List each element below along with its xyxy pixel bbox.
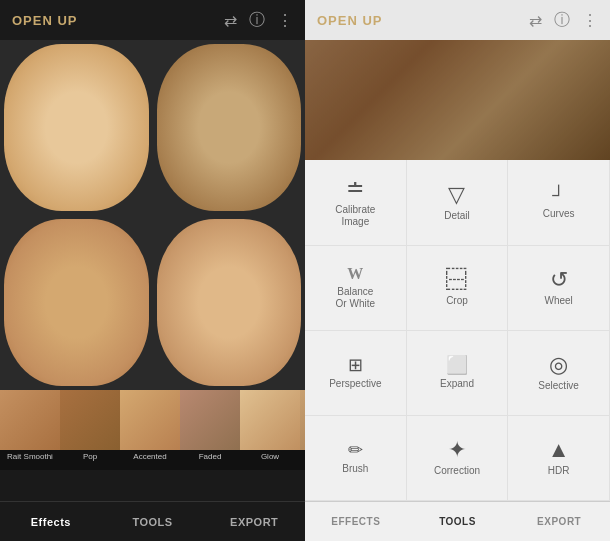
thumb-item-2[interactable]: Pop bbox=[60, 390, 120, 470]
detail-label: Detail bbox=[444, 210, 470, 222]
correction-icon: ✦ bbox=[448, 439, 466, 461]
expand-icon: ⬜ bbox=[446, 356, 468, 374]
hdr-icon: ▲ bbox=[548, 439, 570, 461]
expand-label: Expand bbox=[440, 378, 474, 390]
selective-label: Selective bbox=[538, 380, 579, 392]
left-tab-tools[interactable]: TOOLS bbox=[102, 502, 204, 541]
left-app-title: OPEN UP bbox=[12, 13, 78, 28]
thumb-item-1[interactable]: Rait Smoothi bbox=[0, 390, 60, 470]
tool-hdr[interactable]: ▲ HDR bbox=[508, 416, 610, 501]
correction-label: Correction bbox=[434, 465, 480, 477]
left-top-bar: OPEN UP ⇄ ⓘ ⋮ bbox=[0, 0, 305, 40]
thumb-item-3[interactable]: Accented bbox=[120, 390, 180, 470]
tool-crop[interactable]: ⿱ Crop bbox=[407, 246, 509, 331]
funko-face-1 bbox=[4, 44, 149, 211]
curves-icon: ┘ bbox=[552, 186, 565, 204]
brush-icon: ✏ bbox=[348, 441, 363, 459]
tool-expand[interactable]: ⬜ Expand bbox=[407, 331, 509, 416]
calibrate-label: CalibrateImage bbox=[335, 204, 375, 228]
tool-curves[interactable]: ┘ Curves bbox=[508, 160, 610, 246]
left-main-image bbox=[0, 40, 305, 390]
right-tab-export[interactable]: EXPORT bbox=[508, 502, 610, 541]
tool-brush[interactable]: ✏ Brush bbox=[305, 416, 407, 501]
calibrate-icon: ≐ bbox=[346, 178, 364, 200]
perspective-label: Perspective bbox=[329, 378, 381, 390]
tool-wheel[interactable]: ↺ Wheel bbox=[508, 246, 610, 331]
selective-icon: ◎ bbox=[549, 354, 568, 376]
tools-grid: ≐ CalibrateImage ▽ Detail ┘ Curves W Bal… bbox=[305, 160, 610, 501]
left-more-icon[interactable]: ⋮ bbox=[277, 11, 293, 30]
curves-label: Curves bbox=[543, 208, 575, 220]
funko-grid bbox=[0, 40, 305, 390]
left-tab-export[interactable]: EXPORT bbox=[203, 502, 305, 541]
hdr-label: HDR bbox=[548, 465, 570, 477]
thumb-label-5: Glow bbox=[240, 450, 300, 463]
right-tab-tools[interactable]: TOOLS bbox=[407, 502, 509, 541]
right-info-icon[interactable]: ⓘ bbox=[554, 10, 570, 31]
wheel-label: Wheel bbox=[544, 295, 572, 307]
balance-label: BalanceOr White bbox=[336, 286, 375, 310]
funko-face-3 bbox=[4, 219, 149, 386]
right-top-bar: OPEN UP ⇄ ⓘ ⋮ bbox=[305, 0, 610, 40]
right-app-title: OPEN UP bbox=[317, 13, 383, 28]
thumb-label-3: Accented bbox=[120, 450, 180, 463]
funko-face-2 bbox=[157, 44, 302, 211]
crop-label: Crop bbox=[446, 295, 468, 307]
right-preview-content bbox=[305, 40, 610, 160]
left-tab-effects[interactable]: Effects bbox=[0, 502, 102, 541]
tool-balance[interactable]: W BalanceOr White bbox=[305, 246, 407, 331]
left-bottom-tabs: Effects TOOLS EXPORT bbox=[0, 501, 305, 541]
thumb-item-6[interactable]: M bbox=[300, 390, 305, 470]
thumb-label-1: Rait Smoothi bbox=[0, 450, 60, 463]
brush-label: Brush bbox=[342, 463, 368, 475]
right-more-icon[interactable]: ⋮ bbox=[582, 11, 598, 30]
right-preview-image bbox=[305, 40, 610, 160]
thumb-label-2: Pop bbox=[60, 450, 120, 463]
tool-calibrate[interactable]: ≐ CalibrateImage bbox=[305, 160, 407, 246]
thumb-item-4[interactable]: Faded bbox=[180, 390, 240, 470]
left-layers-icon[interactable]: ⇄ bbox=[224, 11, 237, 30]
perspective-icon: ⊞ bbox=[348, 356, 363, 374]
thumb-label-6: M bbox=[300, 450, 305, 463]
thumb-item-5[interactable]: Glow bbox=[240, 390, 300, 470]
tool-selective[interactable]: ◎ Selective bbox=[508, 331, 610, 416]
left-top-icons: ⇄ ⓘ ⋮ bbox=[224, 10, 293, 31]
tool-detail[interactable]: ▽ Detail bbox=[407, 160, 509, 246]
funko-face-4 bbox=[157, 219, 302, 386]
tool-correction[interactable]: ✦ Correction bbox=[407, 416, 509, 501]
left-info-icon[interactable]: ⓘ bbox=[249, 10, 265, 31]
detail-icon: ▽ bbox=[448, 184, 465, 206]
thumbnail-strip: Rait Smoothi Pop Accented Faded Glow M bbox=[0, 390, 305, 470]
crop-icon: ⿱ bbox=[446, 269, 468, 291]
wheel-icon: ↺ bbox=[550, 269, 568, 291]
left-panel: OPEN UP ⇄ ⓘ ⋮ Rait Smoothi Pop Accented bbox=[0, 0, 305, 541]
right-top-icons: ⇄ ⓘ ⋮ bbox=[529, 10, 598, 31]
right-layers-icon[interactable]: ⇄ bbox=[529, 11, 542, 30]
right-bottom-tabs: EFFECTS TOOLS EXPORT bbox=[305, 501, 610, 541]
thumb-label-4: Faded bbox=[180, 450, 240, 463]
balance-icon: W bbox=[347, 266, 363, 282]
right-tab-effects[interactable]: EFFECTS bbox=[305, 502, 407, 541]
tool-perspective[interactable]: ⊞ Perspective bbox=[305, 331, 407, 416]
right-panel: OPEN UP ⇄ ⓘ ⋮ ≐ CalibrateImage ▽ Detail … bbox=[305, 0, 610, 541]
